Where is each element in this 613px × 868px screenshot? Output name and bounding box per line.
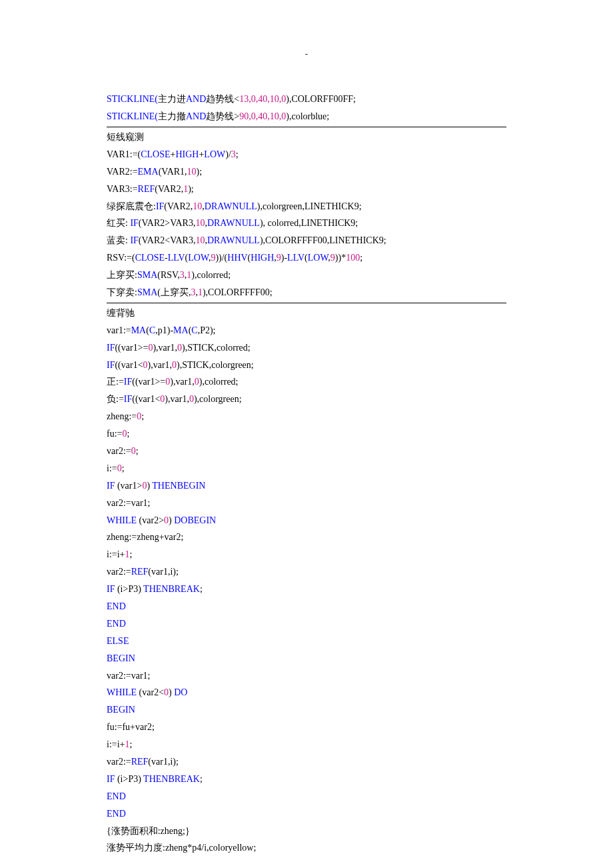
code-token: 负:= bbox=[107, 394, 124, 404]
code-line: 红买: IF(VAR2>VAR3,10,DRAWNULL), colorred,… bbox=[107, 215, 506, 232]
code-token: 0 bbox=[131, 446, 136, 456]
code-token: (i>P3) bbox=[115, 584, 143, 594]
code-token: MA bbox=[173, 325, 189, 335]
code-token: (VAR2<VAR3, bbox=[139, 235, 196, 245]
code-token: ,P2); bbox=[198, 325, 216, 335]
code-token: THENBREAK bbox=[143, 774, 200, 784]
code-token: ; bbox=[136, 446, 139, 456]
code-line: 缠背驰 bbox=[107, 305, 506, 322]
code-token: 0 bbox=[117, 463, 122, 473]
code-line: 涨势平均力度:zheng*p4/i,coloryellow; bbox=[107, 839, 506, 857]
code-line: END bbox=[107, 788, 506, 805]
code-token: C bbox=[149, 325, 155, 335]
code-token: ),var1, bbox=[170, 377, 195, 387]
code-token: (var1,i); bbox=[148, 567, 178, 577]
code-line: zheng:=zheng+var2; bbox=[107, 529, 506, 546]
code-token: ),COLORFF00FF; bbox=[286, 94, 356, 104]
code-token: WHILE bbox=[107, 515, 137, 525]
code-token: IF bbox=[130, 218, 138, 228]
code-token: 主力撤 bbox=[158, 111, 186, 121]
code-token: 10 bbox=[195, 218, 205, 228]
code-token: var2:= bbox=[107, 757, 131, 767]
code-token: ); bbox=[188, 184, 194, 194]
code-line: IF (i>P3) THENBREAK; bbox=[107, 771, 506, 788]
code-token: 10 bbox=[193, 201, 202, 211]
code-token: ),colorred; bbox=[199, 377, 239, 387]
code-token: ((var1>= bbox=[132, 377, 165, 387]
code-line: i:=i+1; bbox=[107, 546, 506, 563]
code-token: (i>P3) bbox=[115, 774, 143, 784]
code-token: ((var1< bbox=[132, 394, 160, 404]
code-token: MA bbox=[131, 325, 147, 335]
code-token: EMA bbox=[138, 167, 159, 177]
code-line: WHILE (var2<0) DO bbox=[107, 684, 506, 701]
code-token: DOBEGIN bbox=[174, 515, 216, 525]
code-token: HIGH bbox=[175, 149, 199, 159]
code-line: 蓝卖: IF(VAR2<VAR3,10,DRAWNULL),COLORFFFF0… bbox=[107, 232, 506, 249]
code-line: BEGIN bbox=[107, 701, 506, 719]
code-token: zheng:= bbox=[107, 411, 137, 421]
code-token: 蓝卖: bbox=[107, 235, 130, 245]
code-token: (上穿买, bbox=[157, 287, 191, 297]
section-divider bbox=[107, 127, 506, 127]
code-token: i:=i+ bbox=[107, 739, 125, 749]
code-token: IF bbox=[107, 343, 115, 353]
code-token: ; bbox=[127, 429, 129, 439]
code-token: (var1> bbox=[115, 481, 142, 491]
code-token: ),colorred; bbox=[191, 270, 231, 280]
code-token: AND bbox=[186, 94, 206, 104]
code-line: STICKLINE(主力撤AND趋势线>90,0,40,10,0),colorb… bbox=[107, 108, 506, 125]
code-line: IF((var1<0),var1,0),STICK,colorgreen; bbox=[107, 357, 506, 374]
code-token: fu:=fu+var2; bbox=[107, 722, 155, 732]
code-token: SMA bbox=[137, 270, 157, 280]
code-token: ),STICK,colorred; bbox=[182, 343, 251, 353]
code-token: ),colorgreen,LINETHICK9; bbox=[257, 201, 362, 211]
code-token: LLV bbox=[287, 253, 305, 263]
code-token: (VAR2>VAR3, bbox=[139, 218, 196, 228]
code-token: WHILE bbox=[107, 687, 137, 697]
code-line: VAR3:=REF(VAR2,1); bbox=[107, 181, 506, 198]
code-token: CLOSE bbox=[141, 149, 170, 159]
code-token: ; bbox=[360, 253, 362, 263]
code-token: 0 bbox=[143, 360, 148, 370]
code-line: var2:=REF(var1,i); bbox=[107, 753, 506, 771]
code-token: 9 bbox=[277, 253, 281, 263]
code-token: ),var1, bbox=[165, 394, 189, 404]
code-line: 下穿卖:SMA(上穿买,3,1),COLORFFFF00; bbox=[107, 284, 506, 301]
code-token: LLV bbox=[168, 253, 185, 263]
code-line: 正:=IF((var1>=0),var1,0),colorred; bbox=[107, 373, 506, 391]
code-token: IF bbox=[107, 774, 115, 784]
code-token: IF bbox=[107, 584, 115, 594]
code-token: VAR2:= bbox=[107, 167, 138, 177]
code-token: IF bbox=[124, 394, 132, 404]
code-token: ; bbox=[200, 584, 203, 594]
code-line: i:=0; bbox=[107, 460, 506, 477]
code-token: HIGH bbox=[251, 253, 274, 263]
code-line: fu:=fu+var2; bbox=[107, 719, 506, 736]
code-token: IF bbox=[107, 360, 115, 370]
code-token: DRAWNULL bbox=[207, 218, 260, 228]
code-token: 绿探底震仓: bbox=[107, 201, 156, 211]
code-token: END bbox=[107, 809, 126, 819]
code-token: 短线窥测 bbox=[107, 132, 144, 142]
code-token: 0 bbox=[177, 343, 182, 353]
code-line: IF (i>P3) THENBREAK; bbox=[107, 581, 506, 598]
code-line: var2:=var1; bbox=[107, 495, 506, 512]
code-token: REF bbox=[131, 567, 149, 577]
code-line: IF((var1>=0),var1,0),STICK,colorred; bbox=[107, 339, 506, 357]
code-token: 正:= bbox=[107, 377, 124, 387]
code-token: (VAR2, bbox=[155, 184, 183, 194]
code-token: zheng:=zheng+var2; bbox=[107, 532, 183, 542]
code-token: REF bbox=[131, 757, 149, 767]
code-token: var2:= bbox=[107, 567, 131, 577]
code-token: REF bbox=[138, 184, 155, 194]
code-token: ))/( bbox=[215, 253, 227, 263]
code-token: ; bbox=[129, 739, 132, 749]
code-token: ((var1< bbox=[115, 360, 143, 370]
code-token: END bbox=[107, 791, 126, 801]
code-token: ) bbox=[169, 687, 174, 697]
code-token: IF bbox=[156, 201, 164, 211]
code-token: (var2< bbox=[137, 687, 164, 697]
document-page: - STICKLINE(主力进AND趋势线<13,0,40,10,0),COLO… bbox=[0, 0, 613, 868]
code-line: RSV:=(CLOSE-LLV(LOW,9))/(HHV(HIGH,9)-LLV… bbox=[107, 249, 506, 267]
